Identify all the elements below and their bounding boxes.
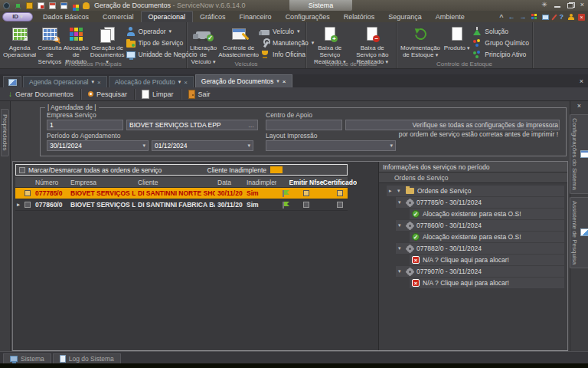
- empresa-nome-input[interactable]: BIOVET SERVIÇOS LTDA EPP …: [126, 120, 258, 130]
- assistente-pesquisa-vertical-tab[interactable]: Assistente de Pesquisa: [570, 197, 588, 268]
- tree-status-node[interactable]: × N/A ? Clique aqui para alocar!: [410, 255, 564, 265]
- produto-button[interactable]: Produto ▾: [443, 24, 471, 51]
- col-data[interactable]: Data: [215, 177, 244, 187]
- close-document-area-icon[interactable]: ×: [580, 77, 583, 85]
- forward-arrow-icon[interactable]: →: [520, 13, 527, 21]
- table-row[interactable]: 077785/0 BIOVET SERVIÇOS LTD DI SANTINNI…: [15, 188, 348, 199]
- propriedades-vertical-tab[interactable]: Propriedades: [1, 109, 9, 156]
- row-checkbox[interactable]: [24, 202, 31, 208]
- tab-configuracoes[interactable]: Configurações: [279, 12, 337, 22]
- alocacao-produto-button[interactable]: Alocação de Produto: [64, 24, 89, 65]
- tree-column-header[interactable]: Ordens de Serviço: [379, 172, 567, 183]
- agenda-operacional-button[interactable]: Agenda Operacional: [3, 24, 36, 58]
- doc-tab-geracao-documentos[interactable]: Geração de Documentos▾×: [195, 74, 292, 87]
- tab-financeiro[interactable]: Financeiro: [233, 12, 279, 22]
- col-certificado[interactable]: Certificado: [323, 177, 357, 187]
- centro-codigo-input[interactable]: [266, 120, 342, 130]
- exit-icon[interactable]: ×: [578, 14, 585, 21]
- tab-graficos[interactable]: Gráficos: [193, 12, 233, 22]
- grupo-quimico-button[interactable]: Grupo Químico: [472, 38, 529, 48]
- documents-icon: [100, 27, 114, 41]
- doc-tab-alocacao-produto[interactable]: Alocação de Produto▾×: [109, 76, 194, 87]
- color-grid-dropdown-icon[interactable]: [531, 14, 537, 20]
- baixa-realizado-button[interactable]: + Baixa de Serviço Realizado ▾: [309, 24, 351, 65]
- orange-doc-icon[interactable]: [26, 2, 33, 9]
- certificado-checkbox[interactable]: [337, 190, 343, 196]
- pencil-icon[interactable]: [551, 14, 557, 20]
- table-row[interactable]: ▸ 077860/0 BIOVET SERVIÇOS LTD DI SANTIN…: [15, 199, 348, 211]
- flag-icon[interactable]: [283, 190, 284, 197]
- calendar-icon[interactable]: [49, 2, 56, 9]
- tree-status-node[interactable]: ✓ Alocação existente para esta O.S!: [410, 209, 564, 219]
- tree-os-node[interactable]: ▾ 077785/0 - 30/11/2024: [396, 197, 564, 208]
- mini-tab[interactable]: [3, 76, 21, 87]
- context-tab-sistema[interactable]: Sistema: [289, 0, 352, 11]
- solucao-button[interactable]: Solução: [472, 27, 529, 36]
- close-tab-icon[interactable]: ×: [283, 78, 286, 85]
- close-tab-icon[interactable]: ×: [97, 79, 101, 86]
- settings-gear-icon[interactable]: ✳: [541, 1, 547, 9]
- liberacao-veiculo-button[interactable]: ✓ Liberação de Veículo ▾: [190, 24, 217, 65]
- monitor-icon[interactable]: [542, 15, 549, 20]
- col-emitir-nfse[interactable]: Emitir Nfse: [289, 177, 323, 187]
- tree-root[interactable]: ▸ ▾ Ordens de Serviço: [387, 186, 564, 196]
- tree-status-node[interactable]: × N/A ? Clique aqui para alocar!: [410, 278, 564, 288]
- col-empresa[interactable]: Empresa: [68, 177, 136, 187]
- log-sistema-status-tab[interactable]: Log do Sistema: [53, 353, 121, 363]
- tab-dados-basicos[interactable]: Dados Básicos: [36, 12, 96, 22]
- flag-icon[interactable]: [283, 202, 284, 209]
- lookup-ellipsis-button[interactable]: …: [248, 122, 255, 129]
- certificado-checkbox[interactable]: [337, 202, 343, 208]
- close-panel-icon[interactable]: ×: [577, 101, 581, 111]
- tree-os-node[interactable]: ▾ 077860/0 - 30/11/2024: [396, 220, 564, 231]
- tree-os-node[interactable]: ▾ 077907/0 - 30/11/2024: [396, 266, 564, 277]
- doc-tab-agenda-operacional[interactable]: Agenda Operacional▾×: [23, 76, 107, 87]
- report-icon[interactable]: [38, 2, 44, 9]
- sair-button[interactable]: Sair: [183, 88, 216, 100]
- empresa-codigo-input[interactable]: 1: [47, 120, 123, 130]
- layout-impressao-combo[interactable]: ▾: [266, 140, 396, 151]
- sistema-status-tab[interactable]: Sistema: [3, 353, 51, 363]
- row-checkbox[interactable]: [24, 190, 31, 196]
- color-grid-icon[interactable]: [73, 5, 76, 8]
- person-icon[interactable]: [83, 2, 90, 9]
- minimize-button[interactable]: [554, 2, 560, 8]
- baixa-nao-realizado-button[interactable]: − Baixa de Serviço não Realizado ▾: [352, 24, 394, 65]
- principio-ativo-button[interactable]: Princípio Ativo: [472, 50, 529, 59]
- tab-comercial[interactable]: Comercial: [96, 12, 141, 22]
- col-numero[interactable]: Número: [33, 177, 68, 187]
- gerar-documentos-button[interactable]: ↓ Gerar Documentos: [3, 88, 79, 100]
- tab-relatorios[interactable]: Relatórios: [337, 12, 382, 22]
- tab-seguranca[interactable]: Segurança: [381, 12, 429, 22]
- help-icon[interactable]: ?: [560, 13, 564, 21]
- app-logo-icon[interactable]: [3, 2, 10, 9]
- app-menu-button[interactable]: ID ▾: [2, 12, 33, 21]
- calendar-clock-icon[interactable]: [60, 2, 67, 9]
- restore-button[interactable]: [567, 2, 573, 8]
- close-tab-icon[interactable]: ×: [184, 79, 188, 86]
- sitemap-icon[interactable]: [16, 4, 20, 8]
- collapse-ribbon-icon[interactable]: ^: [499, 13, 503, 21]
- col-inadimplente[interactable]: Inadimplente: [244, 177, 276, 187]
- tree-status-node[interactable]: ✓ Alocação existente para esta O.S!: [410, 232, 564, 242]
- configuracoes-sistema-vertical-tab[interactable]: Configurações do Sistema: [570, 114, 588, 194]
- pesquisar-button[interactable]: Pesquisar: [83, 88, 132, 100]
- periodo-fim-combo[interactable]: 01/12/2024▾: [152, 140, 253, 151]
- back-arrow-icon[interactable]: ←: [508, 13, 515, 21]
- select-all-checkbox[interactable]: [19, 167, 25, 173]
- truck-icon: [260, 30, 270, 35]
- limpar-button[interactable]: Limpar: [136, 88, 179, 100]
- col-cliente[interactable]: Cliente: [136, 177, 215, 187]
- user-icon[interactable]: [568, 14, 573, 20]
- tab-ambiente[interactable]: Ambiente: [429, 12, 472, 22]
- consulta-servicos-button[interactable]: Consulta de Serviços: [38, 24, 62, 65]
- tree-os-node[interactable]: ▾ 077882/0 - 30/11/2024: [396, 243, 564, 254]
- emitir-nfse-checkbox[interactable]: [303, 202, 309, 208]
- controle-abastecimento-button[interactable]: Controle de Abastecimento: [218, 24, 259, 58]
- movimentacao-estoque-button[interactable]: Movimentação de Estoque ▾: [400, 24, 441, 58]
- periodo-inicio-combo[interactable]: 30/11/2024▾: [47, 140, 149, 151]
- emitir-nfse-checkbox[interactable]: [303, 190, 309, 196]
- close-button[interactable]: ×: [580, 1, 584, 9]
- geracao-documentos-button[interactable]: Geração de Documentos ▾: [90, 24, 125, 65]
- tab-operacional[interactable]: Operacional: [141, 11, 194, 22]
